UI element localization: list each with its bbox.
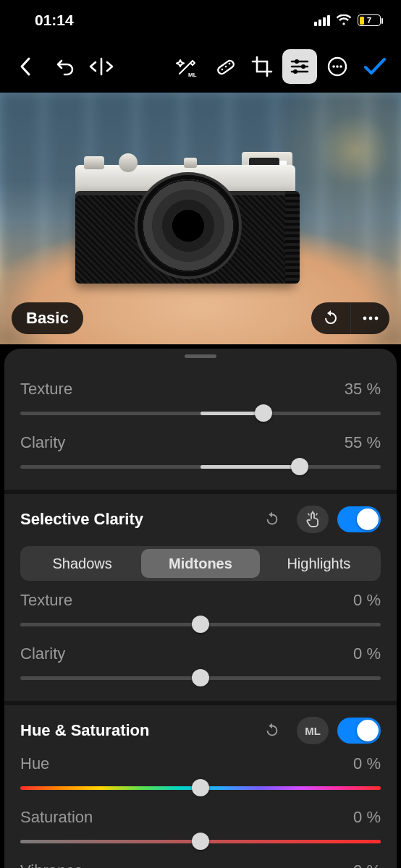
panel-grabber[interactable]: [185, 354, 216, 358]
hue-sat-reset-button[interactable]: [256, 717, 288, 744]
more-button[interactable]: [320, 49, 355, 84]
svg-point-3: [225, 66, 227, 68]
svg-point-12: [363, 317, 366, 320]
sel-texture-value: 0 %: [353, 591, 381, 610]
mode-label: Basic: [26, 309, 69, 328]
magic-ml-button[interactable]: ML: [169, 49, 204, 84]
heal-button[interactable]: [207, 49, 242, 84]
image-preview[interactable]: Basic: [0, 93, 401, 344]
seg-highlights[interactable]: Highlights: [260, 549, 378, 578]
vibrance-value: 0 %: [353, 861, 381, 868]
svg-point-11: [339, 65, 342, 68]
svg-point-2: [221, 69, 224, 71]
hand-tap-icon: [304, 511, 321, 528]
svg-point-9: [332, 65, 335, 68]
compare-button[interactable]: [84, 49, 119, 84]
preview-subject: [75, 148, 295, 284]
svg-point-4: [229, 63, 231, 65]
hue-saturation-section: Hue & Saturation ML Hue 0 % Saturation 0…: [4, 701, 397, 868]
hue-value: 0 %: [353, 754, 381, 773]
ml-label: ML: [305, 725, 321, 737]
reset-preview-button[interactable]: [311, 302, 350, 334]
hue-sat-toggle[interactable]: [337, 718, 381, 744]
svg-point-5: [295, 59, 299, 64]
cellular-icon: [314, 15, 330, 26]
seg-midtones[interactable]: Midtones: [141, 549, 259, 578]
ellipsis-icon: [361, 315, 380, 321]
sel-texture-label: Texture: [20, 591, 72, 610]
status-indicators: 7: [314, 14, 381, 26]
sel-texture-slider[interactable]: [20, 614, 381, 634]
texture-value: 35 %: [345, 380, 381, 399]
hue-sat-title: Hue & Saturation: [20, 721, 149, 740]
saturation-value: 0 %: [353, 808, 381, 827]
svg-point-14: [374, 317, 378, 320]
texture-label: Texture: [20, 380, 72, 399]
reset-icon: [263, 511, 281, 528]
sel-clarity-slider[interactable]: [20, 668, 381, 688]
vibrance-label: Vibrance: [20, 861, 83, 868]
sel-clarity-value: 0 %: [353, 644, 381, 663]
saturation-label: Saturation: [20, 808, 93, 827]
undo-button[interactable]: [46, 49, 81, 84]
reset-icon: [263, 722, 281, 739]
tone-range-segmented[interactable]: Shadows Midtones Highlights: [20, 546, 381, 581]
mode-pill[interactable]: Basic: [12, 302, 83, 334]
selective-clarity-section: Selective Clarity Shadows Midtones Highl…: [4, 490, 397, 701]
selective-brush-button[interactable]: [297, 506, 329, 533]
seg-shadows[interactable]: Shadows: [23, 549, 141, 578]
battery-icon: 7: [358, 14, 381, 26]
svg-point-13: [368, 317, 372, 320]
preview-more-button[interactable]: [350, 302, 389, 334]
svg-text:ML: ML: [188, 72, 197, 77]
battery-level: 7: [358, 16, 380, 25]
svg-point-10: [336, 65, 339, 68]
adjustments-button[interactable]: [282, 49, 317, 84]
hue-slider[interactable]: [20, 778, 381, 798]
selective-clarity-title: Selective Clarity: [20, 510, 143, 529]
ml-button[interactable]: ML: [297, 717, 329, 744]
wifi-icon: [336, 14, 352, 26]
saturation-slider[interactable]: [20, 831, 381, 851]
svg-point-7: [293, 69, 297, 74]
back-button[interactable]: [9, 49, 43, 84]
texture-slider[interactable]: [20, 403, 381, 423]
clock: 01:14: [35, 12, 74, 29]
reset-icon: [321, 309, 340, 328]
adjustments-panel: Texture 35 % Clarity 55 % Selective Clar…: [4, 349, 397, 868]
svg-point-6: [301, 64, 305, 69]
hue-label: Hue: [20, 754, 49, 773]
clarity-value: 55 %: [345, 433, 381, 452]
status-bar: 01:14 7: [0, 0, 401, 41]
selective-clarity-toggle[interactable]: [337, 506, 381, 532]
basic-section: Texture 35 % Clarity 55 %: [4, 365, 397, 490]
sel-clarity-label: Clarity: [20, 644, 65, 663]
selective-reset-button[interactable]: [256, 506, 288, 533]
clarity-label: Clarity: [20, 433, 65, 452]
crop-button[interactable]: [245, 49, 279, 84]
confirm-button[interactable]: [358, 49, 392, 84]
toolbar: ML: [0, 41, 401, 93]
clarity-slider[interactable]: [20, 456, 381, 477]
